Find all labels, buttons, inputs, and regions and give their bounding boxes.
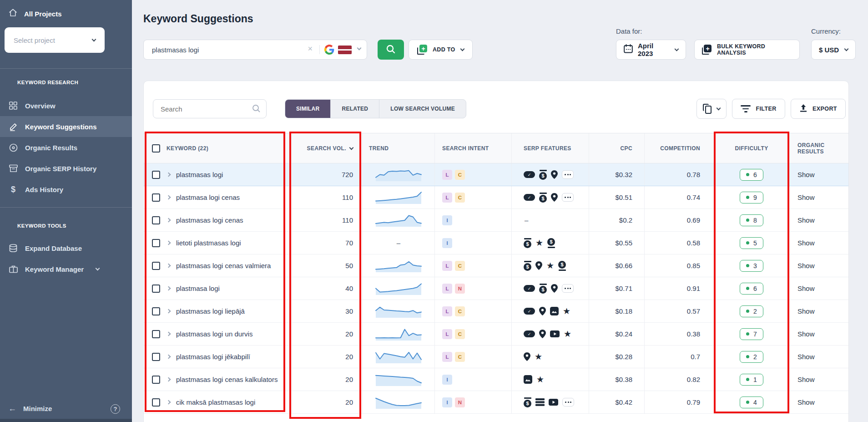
- columns-picker-button[interactable]: [696, 99, 727, 119]
- row-checkbox[interactable]: [152, 398, 160, 407]
- keyword-text[interactable]: plastmasa logi: [176, 284, 220, 293]
- keyword-text[interactable]: plastmasas logi liepājā: [176, 307, 245, 315]
- latvia-flag-icon[interactable]: [338, 46, 352, 54]
- filter-button[interactable]: FILTER: [732, 99, 785, 119]
- sort-chevron-icon: [349, 145, 354, 150]
- row-checkbox[interactable]: [152, 262, 160, 270]
- search-volume-value: 70: [345, 239, 353, 247]
- sidebar-item-organic-results[interactable]: Organic Results: [0, 137, 132, 158]
- table-row[interactable]: cik maksā plastmasas logi20IN$$0.420.794…: [144, 391, 848, 414]
- row-checkbox[interactable]: [152, 353, 160, 361]
- expand-row-icon[interactable]: [167, 195, 171, 200]
- more-features-icon[interactable]: [562, 398, 574, 407]
- table-row[interactable]: plastmasas logi jēkabpilī20LC★$0.280.72S…: [144, 346, 848, 368]
- tab-related[interactable]: RELATED: [331, 100, 379, 118]
- featured-snippet-icon: ✓: [524, 285, 535, 292]
- show-organic-results-link[interactable]: Show: [797, 398, 815, 406]
- row-checkbox[interactable]: [152, 171, 160, 179]
- search-intent-badge-C: C: [455, 329, 465, 339]
- search-volume-column-header[interactable]: SEARCH VOL.: [292, 133, 363, 163]
- table-row[interactable]: plastmasa logi40LN✓$$0.710.916Show: [144, 277, 848, 300]
- sidebar-item-expand-database[interactable]: Expand Database: [0, 238, 132, 259]
- show-organic-results-link[interactable]: Show: [797, 216, 815, 224]
- trend-sparkline: [375, 281, 422, 296]
- expand-row-icon[interactable]: [167, 241, 171, 245]
- expand-row-icon[interactable]: [167, 309, 171, 314]
- table-search-input[interactable]: [153, 99, 267, 118]
- all-projects-nav[interactable]: All Projects: [0, 0, 132, 25]
- search-intent-badge-L: L: [442, 170, 452, 180]
- table-row[interactable]: plastmasas logi cenas110I–$0.20.698Show: [144, 209, 848, 232]
- expand-row-icon[interactable]: [167, 332, 171, 336]
- expand-row-icon[interactable]: [167, 264, 171, 268]
- more-features-icon[interactable]: [562, 284, 574, 293]
- expand-row-icon[interactable]: [167, 377, 171, 382]
- show-organic-results-link[interactable]: Show: [797, 307, 815, 315]
- row-checkbox[interactable]: [152, 307, 160, 315]
- row-checkbox[interactable]: [152, 193, 160, 202]
- chevron-down-icon: [717, 106, 721, 111]
- sidebar-item-ads-history[interactable]: $ Ads History: [0, 179, 132, 200]
- row-checkbox[interactable]: [152, 239, 160, 247]
- show-organic-results-link[interactable]: Show: [797, 353, 815, 361]
- keyword-text[interactable]: plastmasas logi cenas kalkulators: [176, 375, 278, 384]
- cpc-value: $0.66: [615, 262, 632, 269]
- keyword-text[interactable]: cik maksā plastmasas logi: [176, 398, 255, 407]
- expand-row-icon[interactable]: [167, 355, 171, 359]
- keyword-text[interactable]: plastmasas logi cenas valmiera: [176, 261, 271, 270]
- no-trend-data: –: [397, 239, 400, 247]
- keyword-text[interactable]: plastmasas logi un durvis: [176, 330, 252, 338]
- sidebar-item-keyword-suggestions[interactable]: Keyword Suggestions: [0, 116, 132, 137]
- add-to-button[interactable]: + ADD TO: [409, 40, 473, 60]
- table-row[interactable]: plastmasas logi cenas kalkulators20I★$0.…: [144, 368, 848, 391]
- show-organic-results-link[interactable]: Show: [797, 285, 815, 292]
- expand-row-icon[interactable]: [167, 218, 171, 223]
- more-features-icon[interactable]: [562, 170, 574, 179]
- show-organic-results-link[interactable]: Show: [797, 262, 815, 269]
- show-organic-results-link[interactable]: Show: [797, 193, 815, 201]
- date-selector[interactable]: April 2023: [616, 40, 686, 60]
- google-g-icon[interactable]: [324, 45, 334, 56]
- row-checkbox[interactable]: [152, 285, 160, 293]
- expand-row-icon[interactable]: [167, 173, 171, 177]
- show-organic-results-link[interactable]: Show: [797, 239, 815, 247]
- show-organic-results-link[interactable]: Show: [797, 376, 815, 383]
- difficulty-badge: 9: [740, 192, 763, 203]
- table-row[interactable]: lietoti plastmasas logi70–I$★$$0.550.585…: [144, 232, 848, 254]
- row-checkbox[interactable]: [152, 330, 160, 338]
- sidebar-item-overview[interactable]: Overview: [0, 95, 132, 116]
- table-row[interactable]: plastmasa logi cenas110LC✓$$0.510.749Sho…: [144, 186, 848, 209]
- select-all-checkbox[interactable]: [152, 144, 160, 153]
- keyword-text[interactable]: lietoti plastmasas logi: [176, 239, 241, 247]
- row-checkbox[interactable]: [152, 376, 160, 384]
- export-button[interactable]: EXPORT: [791, 99, 846, 119]
- tab-similar[interactable]: SIMILAR: [285, 100, 331, 118]
- keyword-text[interactable]: plastmasas logi jēkabpilī: [176, 352, 250, 361]
- show-organic-results-link[interactable]: Show: [797, 171, 815, 178]
- currency-selector[interactable]: $ USD: [811, 40, 856, 60]
- table-row[interactable]: plastmasas logi720LC✓$$0.320.786Show: [144, 163, 848, 186]
- show-organic-results-link[interactable]: Show: [797, 330, 815, 338]
- currency-label: Currency:: [811, 27, 841, 35]
- table-row[interactable]: plastmasas logi liepājā30LC✓★$0.180.572S…: [144, 300, 848, 323]
- row-checkbox[interactable]: [152, 216, 160, 224]
- expand-row-icon[interactable]: [167, 286, 171, 291]
- search-volume-value: 50: [345, 262, 353, 269]
- sidebar-item-organic-serp-history[interactable]: Organic SERP History: [0, 158, 132, 179]
- table-row[interactable]: plastmasas logi cenas valmiera50LC$★$$0.…: [144, 254, 848, 277]
- keyword-text[interactable]: plastmasa logi cenas: [176, 193, 240, 202]
- sidebar-item-keyword-manager[interactable]: Keyword Manager: [0, 259, 132, 280]
- filter-icon: [741, 105, 751, 112]
- reviews-icon: ★: [536, 375, 544, 384]
- search-button[interactable]: [378, 40, 404, 60]
- keyword-text[interactable]: plastmasas logi: [176, 170, 223, 179]
- help-icon[interactable]: ?: [111, 404, 120, 414]
- table-row[interactable]: plastmasas logi un durvis20LC✓★$0.240.38…: [144, 323, 848, 346]
- expand-row-icon[interactable]: [167, 400, 171, 405]
- bulk-keyword-analysis-button[interactable]: + BULK KEYWORD ANALYSIS: [694, 40, 800, 60]
- project-selector[interactable]: Select project: [5, 27, 105, 53]
- tab-low-search-volume[interactable]: LOW SEARCH VOLUME: [379, 100, 466, 118]
- more-features-icon[interactable]: [562, 193, 574, 202]
- clear-search-icon[interactable]: ×: [308, 45, 313, 53]
- keyword-text[interactable]: plastmasas logi cenas: [176, 216, 243, 224]
